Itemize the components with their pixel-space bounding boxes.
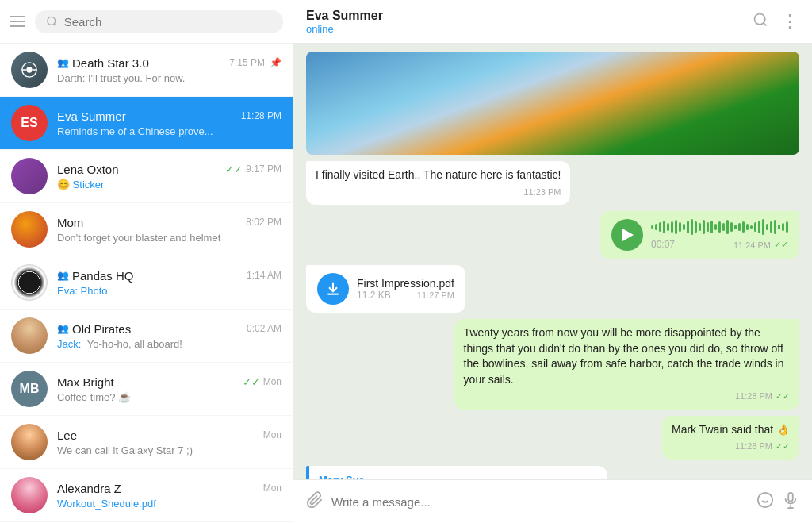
search-header-button[interactable] (753, 11, 768, 32)
chat-preview: Eva: Photo (57, 285, 282, 297)
svg-point-3 (26, 67, 32, 72)
avatar: ES (11, 105, 48, 141)
chat-name: Mom (57, 216, 83, 229)
message-meta: 11:23 PM (316, 187, 561, 198)
avatar (11, 52, 48, 88)
chat-name: 👥 Pandas HQ (57, 269, 134, 283)
avatar (11, 264, 48, 301)
chat-preview: 😊 Sticker (57, 179, 282, 190)
chat-time: Mon (263, 483, 282, 494)
check-icon: ✓✓ (774, 240, 788, 250)
chat-name: Alexandra Z (57, 482, 121, 495)
chat-info: Lee Mon We can call it Galaxy Star 7 ;) (57, 429, 282, 456)
message-meta: 11:28 PM ✓✓ (464, 390, 790, 402)
svg-rect-12 (788, 492, 793, 501)
mic-button[interactable] (782, 491, 799, 513)
check-icon: ✓✓ (776, 440, 790, 452)
emoji-button[interactable] (756, 491, 774, 513)
svg-point-0 (48, 17, 56, 25)
reply-content: Mary Sue Twenty years from now you will … (306, 466, 607, 479)
pin-icon: 📌 (270, 57, 282, 68)
chat-info: Mom 8:02 PM Don't forget your blaster an… (57, 216, 282, 244)
message-meta: 11:24 PM ✓✓ (733, 240, 788, 250)
chat-name: Lee (57, 429, 77, 442)
hero-image (306, 52, 799, 155)
chat-name: 👥 Death Star 3.0 (57, 56, 149, 70)
header-info: Eva Summer online (306, 9, 753, 35)
more-button[interactable]: ⋮ (781, 11, 799, 32)
message-bubble: I finally visited Earth.. The nature her… (306, 161, 570, 205)
chat-item-max-bright[interactable]: MB Max Bright ✓✓ Mon Coffee time? ☕ (0, 363, 293, 416)
chat-preview: We can call it Galaxy Star 7 ;) (57, 444, 282, 456)
message-time: 11:28 PM (735, 440, 772, 452)
message-row-2: 00:07 11:24 PM ✓✓ (306, 211, 799, 259)
chat-info: Lena Oxton ✓✓ 9:17 PM 😊 Sticker (57, 163, 282, 190)
reply-author: Mary Sue (319, 474, 598, 479)
voice-content: 00:07 11:24 PM ✓✓ (651, 219, 788, 250)
chat-item-eva-summer[interactable]: ES Eva Summer 11:28 PM Reminds me of a C… (0, 97, 293, 150)
header-status: online (306, 23, 753, 35)
reply-bubble: Mary Sue Twenty years from now you will … (306, 466, 607, 479)
message-row-4: Twenty years from now you will be more d… (306, 319, 799, 410)
chat-item-mom[interactable]: Mom 8:02 PM Don't forget your blaster an… (0, 203, 293, 256)
double-check-icon: ✓✓ (243, 376, 260, 388)
chat-info: Alexandra Z Mon Workout_Shedule.pdf (57, 482, 282, 510)
message-text: I finally visited Earth.. The nature her… (316, 167, 561, 183)
chat-header: Eva Summer online ⋮ (293, 0, 812, 44)
message-time: 11:24 PM (733, 240, 771, 250)
chat-panel: Eva Summer online ⋮ I finally visited Ea… (293, 0, 812, 523)
avatar: MB (11, 371, 48, 407)
check-icon: ✓✓ (776, 390, 790, 402)
chat-time: Mon (263, 376, 282, 387)
menu-button[interactable] (10, 16, 25, 27)
chat-list-panel: 👥 Death Star 3.0 7:15 PM 📌 Darth: I'll t… (0, 0, 293, 523)
search-input[interactable] (64, 15, 272, 29)
play-button[interactable] (611, 219, 643, 251)
voice-bubble: 00:07 11:24 PM ✓✓ (600, 211, 799, 259)
chat-name: 👥 Old Pirates (57, 322, 131, 336)
chat-name: Lena Oxton (57, 163, 119, 176)
double-check-icon: ✓✓ (225, 163, 243, 175)
svg-point-6 (755, 13, 765, 24)
chat-info: Eva Summer 11:28 PM Reminds me of a Chin… (57, 110, 282, 137)
svg-point-9 (758, 492, 772, 506)
message-meta: 11:28 PM ✓✓ (672, 440, 790, 452)
chat-preview: Darth: I'll trust you. For now. (57, 72, 282, 84)
input-area (293, 479, 812, 523)
avatar (11, 211, 48, 248)
chat-info: 👥 Old Pirates 0:02 AM Jack: Yo-ho-ho, al… (57, 322, 282, 350)
file-name: First Impression.pdf (357, 277, 454, 290)
chat-name: Eva Summer (57, 110, 126, 123)
svg-line-7 (764, 22, 767, 25)
search-input-wrap[interactable] (35, 10, 283, 33)
chat-item-lee[interactable]: Lee Mon We can call it Galaxy Star 7 ;) (0, 416, 293, 469)
chat-time: 11:28 PM (241, 110, 282, 121)
chat-item-alexandra-z[interactable]: Alexandra Z Mon Workout_Shedule.pdf (0, 469, 293, 522)
chat-time: 8:02 PM (246, 217, 282, 228)
message-time: 11:23 PM (523, 187, 561, 198)
chat-item-lena-oxton[interactable]: Lena Oxton ✓✓ 9:17 PM 😊 Sticker (0, 150, 293, 203)
chat-item-pandas-hq[interactable]: 👥 Pandas HQ 1:14 AM Eva: Photo (0, 256, 293, 310)
search-bar (0, 0, 293, 44)
header-name: Eva Summer (306, 9, 753, 23)
chat-preview: Coffee time? ☕ (57, 391, 282, 403)
file-bubble: First Impression.pdf 11.2 KB 11:27 PM (306, 265, 465, 313)
download-button[interactable] (317, 273, 349, 305)
chat-preview: Jack: Yo-ho-ho, all aboard! (57, 338, 282, 350)
attach-button[interactable] (306, 491, 324, 513)
svg-line-1 (54, 24, 56, 26)
message-row-image (306, 52, 799, 155)
chat-item-death-star[interactable]: 👥 Death Star 3.0 7:15 PM 📌 Darth: I'll t… (0, 44, 293, 97)
message-text: Mark Twain said that 👌 (672, 422, 790, 438)
message-input[interactable] (331, 495, 749, 509)
message-bubble: Mark Twain said that 👌 11:28 PM ✓✓ (662, 416, 799, 460)
message-text: Twenty years from now you will be more d… (464, 325, 790, 387)
message-bubble: Twenty years from now you will be more d… (454, 319, 799, 410)
chat-item-old-pirates[interactable]: 👥 Old Pirates 0:02 AM Jack: Yo-ho-ho, al… (0, 310, 293, 363)
voice-waveform (651, 219, 788, 235)
message-time: 11:28 PM (735, 390, 772, 402)
chat-preview: Workout_Shedule.pdf (57, 498, 282, 510)
chat-time: 9:17 PM (246, 163, 282, 175)
header-actions: ⋮ (753, 11, 799, 32)
avatar (11, 424, 48, 460)
